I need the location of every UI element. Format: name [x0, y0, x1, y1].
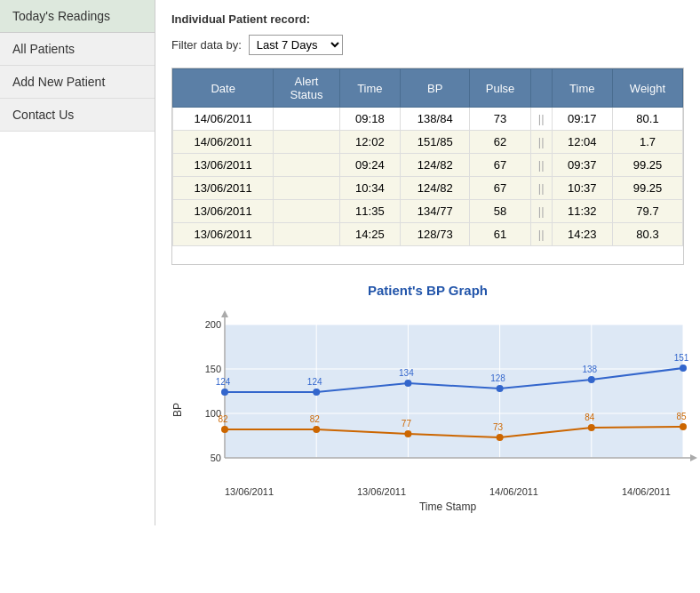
x-tick-row: 13/06/2011 13/06/2011 14/06/2011 14/06/2…: [186, 486, 671, 497]
svg-point-35: [404, 430, 411, 437]
table-cell: 13/06/2011: [173, 200, 274, 223]
svg-text:82: 82: [310, 414, 321, 424]
table-row: 13/06/201109:24124/8267||09:3799.25: [173, 154, 683, 177]
table-cell: 99.25: [612, 154, 682, 177]
col-date: Date: [173, 69, 274, 108]
table-cell: 80.1: [612, 108, 682, 131]
svg-text:128: 128: [490, 373, 505, 383]
svg-point-27: [588, 376, 595, 383]
svg-point-19: [221, 389, 228, 396]
table-cell: 134/77: [401, 200, 470, 223]
svg-text:151: 151: [674, 353, 689, 363]
table-cell: 12:04: [552, 131, 612, 154]
svg-text:77: 77: [402, 419, 412, 429]
svg-point-25: [497, 385, 504, 392]
table-row: 13/06/201110:34124/8267||10:3799.25: [173, 177, 683, 200]
table-cell: 124/82: [401, 154, 470, 177]
table-row: 14/06/201109:18138/8473||09:1780.1: [173, 108, 683, 131]
x-tick-4: 14/06/2011: [622, 486, 671, 497]
section-title: Individual Patient record:: [171, 12, 684, 26]
table-cell: 67: [470, 154, 530, 177]
x-tick-1: 13/06/2011: [225, 486, 274, 497]
col-sep: [530, 69, 552, 108]
col-time2: Time: [552, 69, 612, 108]
table-cell: [274, 177, 339, 200]
table-cell: 61: [470, 223, 530, 246]
patient-table: Date AlertStatus Time BP Pulse Time Weig…: [172, 68, 683, 246]
sidebar-item-add[interactable]: Add New Patient: [0, 66, 155, 99]
sidebar-item-today[interactable]: Today's Readings: [0, 0, 155, 33]
table-cell: [274, 108, 339, 131]
table-cell: ||: [530, 131, 552, 154]
table-cell: 14:23: [552, 223, 612, 246]
graph-section: Patient's BP Graph BP 501001502001241241…: [171, 274, 684, 513]
table-outer: Date AlertStatus Time BP Pulse Time Weig…: [171, 68, 684, 265]
table-cell: 58: [470, 200, 530, 223]
table-inner: Date AlertStatus Time BP Pulse Time Weig…: [171, 68, 684, 265]
table-cell: 10:34: [339, 177, 400, 200]
table-cell: 13/06/2011: [173, 154, 274, 177]
sidebar-label: Today's Readings: [12, 9, 110, 23]
svg-marker-18: [221, 310, 228, 317]
svg-point-37: [497, 434, 504, 441]
table-cell: 11:35: [339, 200, 400, 223]
table-cell: 09:17: [552, 108, 612, 131]
table-cell: 80.3: [612, 223, 682, 246]
graph-title: Patient's BP Graph: [171, 283, 684, 298]
table-cell: 67: [470, 177, 530, 200]
table-cell: 1.7: [612, 131, 682, 154]
main-content: Individual Patient record: Filter data b…: [155, 0, 700, 525]
svg-text:134: 134: [399, 368, 414, 378]
svg-point-29: [680, 365, 687, 372]
table-cell: [274, 131, 339, 154]
svg-text:124: 124: [307, 377, 322, 387]
table-cell: 99.25: [612, 177, 682, 200]
filter-select[interactable]: Last 7 Days Last 30 Days All: [249, 35, 343, 55]
x-tick-3: 14/06/2011: [489, 486, 538, 497]
table-cell: 09:24: [339, 154, 400, 177]
table-cell: ||: [530, 223, 552, 246]
svg-point-41: [680, 423, 687, 430]
col-time1: Time: [339, 69, 400, 108]
table-cell: 79.7: [612, 200, 682, 223]
table-row: 13/06/201114:25128/7361||14:2380.3: [173, 223, 683, 246]
col-alert: AlertStatus: [274, 69, 339, 108]
col-pulse: Pulse: [470, 69, 530, 108]
table-cell: 14/06/2011: [173, 131, 274, 154]
table-cell: 09:37: [552, 154, 612, 177]
chart-area: 5010015020012412413412813815182827773848…: [186, 307, 700, 513]
table-cell: 09:18: [339, 108, 400, 131]
svg-text:50: 50: [211, 453, 221, 463]
table-cell: 14:25: [339, 223, 400, 246]
header-row: Date AlertStatus Time BP Pulse Time Weig…: [173, 69, 683, 108]
table-cell: 62: [470, 131, 530, 154]
table-wrapper[interactable]: Date AlertStatus Time BP Pulse Time Weig…: [171, 68, 684, 265]
table-row: 14/06/201112:02151/8562||12:041.7: [173, 131, 683, 154]
table-cell: 73: [470, 108, 530, 131]
table-cell: 12:02: [339, 131, 400, 154]
table-cell: 13/06/2011: [173, 177, 274, 200]
svg-text:200: 200: [205, 319, 221, 330]
svg-point-33: [313, 426, 320, 433]
table-cell: ||: [530, 108, 552, 131]
y-axis-label: BP: [171, 307, 184, 513]
table-cell: 128/73: [401, 223, 470, 246]
table-cell: 124/82: [401, 177, 470, 200]
svg-text:82: 82: [218, 414, 228, 424]
svg-text:124: 124: [216, 377, 231, 387]
sidebar-label: Add New Patient: [12, 75, 105, 89]
filter-label: Filter data by:: [171, 38, 242, 52]
chart-wrapper: BP 5010015020012412413412813815182827773…: [171, 307, 684, 513]
table-cell: 151/85: [401, 131, 470, 154]
table-cell: ||: [530, 177, 552, 200]
table-cell: 14/06/2011: [173, 108, 274, 131]
sidebar-item-all[interactable]: All Patients: [0, 33, 155, 66]
sidebar-item-contact[interactable]: Contact Us: [0, 99, 155, 132]
svg-point-23: [404, 380, 411, 387]
table-cell: 138/84: [401, 108, 470, 131]
svg-text:150: 150: [205, 364, 221, 374]
sidebar: Today's Readings All Patients Add New Pa…: [0, 0, 155, 525]
col-weight: Weight: [612, 69, 682, 108]
svg-text:85: 85: [676, 412, 687, 421]
svg-point-21: [313, 389, 320, 396]
